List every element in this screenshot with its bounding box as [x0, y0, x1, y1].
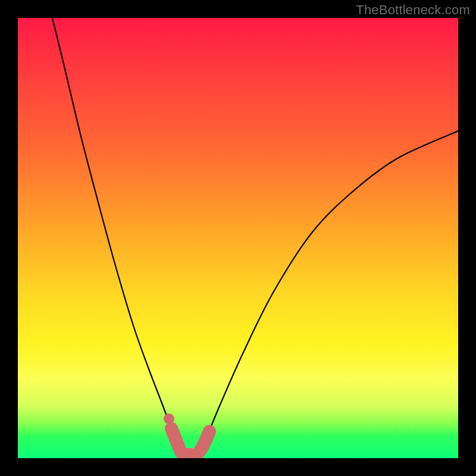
curve-left-branch	[52, 18, 182, 458]
svg-point-0	[164, 414, 174, 424]
chart-frame: TheBottleneck.com	[0, 0, 476, 476]
curve-svg	[18, 18, 458, 458]
overlay-dot	[164, 414, 174, 424]
trough-overlay	[171, 428, 209, 455]
curve-right-branch	[196, 131, 458, 458]
watermark-text: TheBottleneck.com	[356, 2, 470, 18]
plot-area	[18, 18, 458, 458]
